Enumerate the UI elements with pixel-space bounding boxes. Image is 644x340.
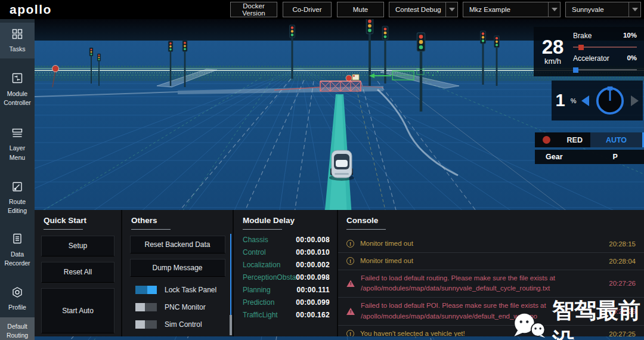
dreamview-app: apollo Docker Version Co-Driver Mute Con… xyxy=(0,0,644,340)
sidebar-item-label: Menu xyxy=(10,153,25,162)
steering-value: 1 xyxy=(556,91,565,110)
debug-mode-value: Contest Debug xyxy=(389,6,445,13)
module-icon xyxy=(11,72,23,89)
panel-title: Module Delay xyxy=(243,216,337,225)
accelerator-value: 0% xyxy=(627,54,637,63)
setup-button[interactable]: Setup xyxy=(41,236,114,256)
console-panel: Console Monitor timed out 20:28:15 Monit… xyxy=(338,210,644,336)
accelerator-slider[interactable] xyxy=(573,67,637,73)
mute-button[interactable]: Mute xyxy=(337,2,384,17)
red-signal-ball xyxy=(346,75,352,81)
brake-value: 10% xyxy=(623,32,637,40)
steer-right-arrow-icon[interactable] xyxy=(631,95,639,106)
sign-box xyxy=(352,75,359,80)
vehicle-value: Mkz Example xyxy=(463,6,548,13)
warning-icon xyxy=(346,330,354,336)
red-light-icon xyxy=(543,136,550,144)
traffic-light-label: RED xyxy=(567,136,583,144)
steering-unit: % xyxy=(571,97,577,104)
sidebar-item-profile[interactable]: Profile xyxy=(0,281,35,317)
bottom-panels: Quick Start Setup Reset All Start Auto O… xyxy=(35,210,644,336)
sidebar-item-label: Tasks xyxy=(10,45,26,54)
hexagon-icon xyxy=(11,286,23,303)
warning-icon xyxy=(346,240,354,248)
sim-control-toggle[interactable] xyxy=(135,320,157,329)
others-panel: Others Reset Backend Data Dump Message L… xyxy=(122,210,234,336)
apollo-logo: apollo xyxy=(10,2,52,17)
sidebar-item-label: Recorder xyxy=(4,259,30,268)
gear-value: P xyxy=(613,153,618,161)
sidebar-item-label: Layer xyxy=(10,144,25,153)
console-message: Failed to load default POI. Please make … xyxy=(338,298,644,326)
panel-title: Quick Start xyxy=(44,216,121,225)
route-icon xyxy=(11,181,23,197)
ego-vehicle xyxy=(329,150,354,181)
sidebar-item-label: Data xyxy=(11,250,24,259)
sidebar-item-label: Editing xyxy=(8,206,27,215)
sidebar-item-tasks[interactable]: Tasks xyxy=(0,23,35,58)
error-icon xyxy=(346,308,355,315)
sidebar-item-default-routing[interactable]: Default Routing xyxy=(0,317,35,340)
gear-label: Gear xyxy=(546,153,563,161)
sidebar-item-route-editing[interactable]: Route Editing xyxy=(0,175,35,221)
traffic-light-status: RED xyxy=(535,132,590,147)
sidebar: Tasks Module Controller Layer Menu Route… xyxy=(0,19,35,340)
console-message: Monitor timed out 20:28:04 xyxy=(338,253,644,270)
document-icon xyxy=(11,233,23,249)
accelerator-label: Accelerator xyxy=(573,54,609,63)
speed-unit: km/h xyxy=(544,57,561,66)
lock-task-panel-toggle[interactable] xyxy=(135,286,157,294)
accelerator-slider-handle[interactable] xyxy=(573,67,578,73)
panel-title: Others xyxy=(131,216,233,225)
brake-slider[interactable] xyxy=(573,45,637,50)
map-dropdown[interactable]: Sunnyvale xyxy=(565,2,641,17)
brake-label: Brake xyxy=(573,32,592,40)
layers-icon xyxy=(11,127,23,144)
sidebar-item-label: Profile xyxy=(8,303,26,312)
sidebar-item-data-recorder[interactable]: Data Recorder xyxy=(0,227,35,273)
console-message: Failed to load default routing. Please m… xyxy=(338,270,644,298)
brake-slider-handle[interactable] xyxy=(578,45,584,50)
reset-backend-data-button[interactable]: Reset Backend Data xyxy=(130,236,225,254)
module-delay-panel: Module Delay Chassis00:00.008 Control00:… xyxy=(234,210,338,336)
console-log[interactable]: Monitor timed out 20:28:15 Monitor timed… xyxy=(338,236,644,336)
pnc-monitor-toggle[interactable] xyxy=(135,303,157,311)
gear-panel: Gear P xyxy=(535,150,644,164)
panel-title: Console xyxy=(346,216,644,225)
scrollbar[interactable] xyxy=(230,234,231,319)
debug-mode-dropdown[interactable]: Contest Debug xyxy=(389,2,458,17)
steer-left-arrow-icon[interactable] xyxy=(581,95,589,106)
map-value: Sunnyvale xyxy=(566,6,628,13)
console-message: Monitor timed out 20:28:15 xyxy=(338,236,644,253)
speed-value: 28 xyxy=(542,38,564,57)
co-driver-button[interactable]: Co-Driver xyxy=(283,2,332,17)
traffic-light-panel: RED AUTO xyxy=(535,132,644,147)
chevron-down-icon[interactable] xyxy=(628,2,640,17)
error-icon xyxy=(346,280,355,287)
console-message: You haven't selected a vehicle yet! 20:2… xyxy=(338,326,644,336)
vehicle-dropdown[interactable]: Mkz Example xyxy=(463,2,561,17)
reset-all-button[interactable]: Reset All xyxy=(41,262,114,283)
start-auto-button[interactable]: Start Auto xyxy=(41,288,114,333)
scrollbar-thumb[interactable] xyxy=(230,315,232,335)
top-bar: apollo Docker Version Co-Driver Mute Con… xyxy=(0,0,644,19)
grid-icon xyxy=(11,28,23,45)
quick-start-panel: Quick Start Setup Reset All Start Auto xyxy=(35,210,122,336)
dump-message-button[interactable]: Dump Message xyxy=(130,259,225,277)
speed-panel: 28 km/h Brake 10% Accelerator 0% xyxy=(534,27,644,76)
docker-version-button[interactable]: Docker Version xyxy=(230,2,277,17)
steering-panel: 1 % xyxy=(552,81,643,120)
sidebar-item-module-controller[interactable]: Module Controller xyxy=(0,67,35,112)
steering-wheel-icon xyxy=(595,85,626,116)
chevron-down-icon[interactable] xyxy=(445,2,457,17)
warning-icon xyxy=(346,257,354,265)
drive-mode-badge: AUTO xyxy=(590,132,644,147)
sidebar-item-layer-menu[interactable]: Layer Menu xyxy=(0,122,35,167)
sidebar-item-label: Route xyxy=(9,197,26,206)
chevron-down-icon[interactable] xyxy=(548,2,560,17)
sidebar-item-label: Controller xyxy=(4,98,31,107)
sidebar-item-label: Module xyxy=(7,89,27,98)
